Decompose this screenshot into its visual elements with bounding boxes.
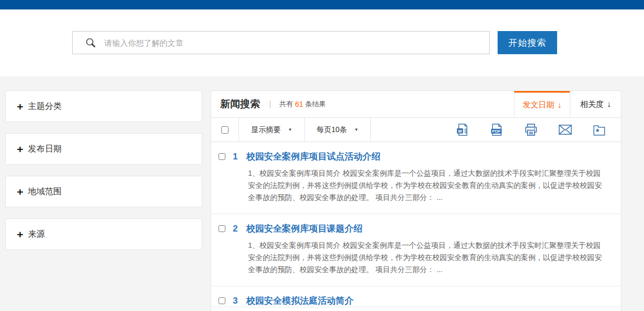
search-button[interactable]: 开始搜索 [498,31,557,54]
result-count-suffix: 条结果 [305,99,326,109]
sidebar-item-label: 主题分类 [28,101,62,112]
sort-tab-publish-date[interactable]: 发文日期 ↓ [514,91,570,117]
page-size-select[interactable]: 每页10条 ▼ [305,118,371,142]
sidebar-item-source[interactable]: + 来源 [5,218,202,250]
sort-tab-relevance[interactable]: 相关度 ↓ [570,91,621,117]
summary-display-select[interactable]: 显示摘要 ▼ [239,118,305,142]
result-index: 3 [233,296,237,306]
favorite-folder-icon[interactable] [592,123,606,136]
expand-plus-icon: + [17,186,23,197]
sidebar-item-publish-date[interactable]: + 发布日期 [5,133,202,165]
sort-tab-label: 发文日期 [523,100,554,110]
page-size-label: 每页10条 [316,125,347,135]
select-all-cell [211,118,239,142]
expand-plus-icon: + [17,101,23,112]
result-index: 2 [233,224,237,234]
expand-plus-icon: + [17,229,23,240]
result-count-prefix: 共有 [279,99,293,109]
search-icon [85,37,96,48]
result-summary: 1、校园安全案例库项目简介 校园安全案例库是一个公益项目，通过大数据的技术手段实… [248,239,606,286]
result-item-1: 1 校园安全案例库项目试点活动介绍 1、校园安全案例库项目简介 校园安全案例库是… [211,142,621,214]
word-export-icon[interactable]: w [455,123,470,137]
page-title: 新闻搜索 [220,97,260,111]
result-summary: 1、校园安全案例库项目简介 校园安全案例库是一个公益项目，通过大数据的技术手段实… [248,167,606,214]
result-count-number: 61 [295,100,303,108]
results-toolbar: 显示摘要 ▼ 每页10条 ▼ w [211,118,621,142]
result-item-head: 2 校园安全案例库项目课题介绍 [211,223,621,235]
result-title-link[interactable]: 校园安全模拟法庭活动简介 [246,295,353,307]
svg-text:w: w [458,128,462,134]
print-icon[interactable] [524,123,538,137]
filter-sidebar: + 主题分类 + 发布日期 + 地域范围 + 来源 [5,91,202,261]
export-icons: w PDF [455,118,621,142]
sort-desc-icon: ↓ [607,99,611,109]
sort-tab-label: 相关度 [580,99,604,109]
result-checkbox[interactable] [219,297,225,304]
sort-desc-icon: ↓ [558,101,562,110]
result-title-link[interactable]: 校园安全案例库项目试点活动介绍 [246,151,380,163]
pdf-export-icon[interactable]: PDF [490,123,504,137]
email-icon[interactable] [558,123,572,136]
search-section: 开始搜索 [0,9,644,76]
result-checkbox[interactable] [219,153,225,160]
sidebar-item-label: 地域范围 [28,186,62,197]
result-item-head: 1 校园安全案例库项目试点活动介绍 [211,151,621,163]
top-nav-bar [0,0,644,9]
result-item-3: 3 校园安全模拟法庭活动简介 [211,286,621,307]
results-panel: 新闻搜索 | 共有 61 条结果 发文日期 ↓ 相关度 ↓ [211,91,621,311]
summary-display-label: 显示摘要 [251,125,281,135]
expand-plus-icon: + [17,144,23,155]
results-header: 新闻搜索 | 共有 61 条结果 发文日期 ↓ 相关度 ↓ [211,91,621,118]
result-item-head: 3 校园安全模拟法庭活动简介 [211,295,621,307]
select-all-checkbox[interactable] [221,126,229,134]
sidebar-item-label: 来源 [28,229,45,240]
result-count: 共有 61 条结果 [279,99,326,109]
header-divider: | [269,99,271,109]
sidebar-item-region[interactable]: + 地域范围 [5,176,202,207]
sidebar-item-topic-category[interactable]: + 主题分类 [5,91,202,122]
result-index: 1 [233,152,237,162]
search-input[interactable] [104,32,489,54]
search-box[interactable] [72,31,490,54]
result-title-link[interactable]: 校园安全案例库项目课题介绍 [246,223,362,235]
chevron-down-icon: ▼ [288,127,292,132]
sidebar-item-label: 发布日期 [28,144,62,155]
chevron-down-icon: ▼ [354,127,359,132]
result-item-2: 2 校园安全案例库项目课题介绍 1、校园安全案例库项目简介 校园安全案例库是一个… [211,214,621,286]
result-checkbox[interactable] [219,225,225,232]
svg-text:PDF: PDF [492,129,501,134]
results-header-left: 新闻搜索 | 共有 61 条结果 [211,91,514,117]
